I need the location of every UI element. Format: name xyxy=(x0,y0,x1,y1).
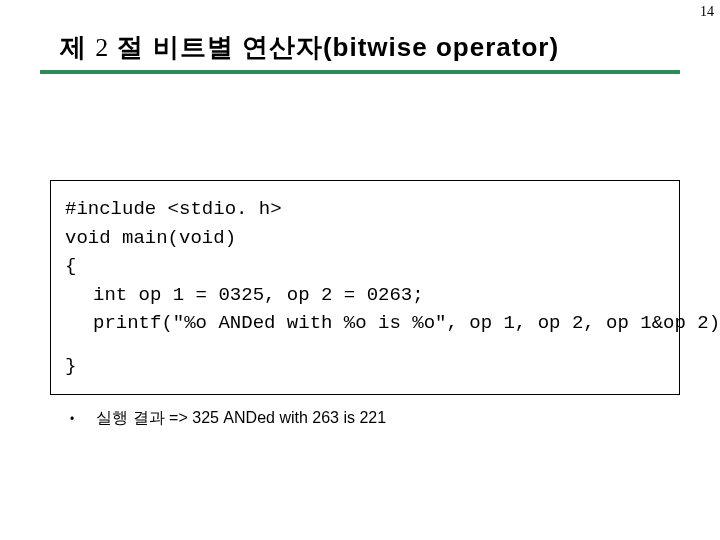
result-row: • 실행 결과 => 325 ANDed with 263 is 221 xyxy=(70,408,680,429)
bullet-icon: • xyxy=(70,412,74,426)
code-line-1: #include <stdio. h> xyxy=(65,195,669,224)
code-line-6: } xyxy=(65,352,669,381)
slide-title: 제 2 절 비트별 연산자(bitwise operator) xyxy=(60,30,680,65)
code-box: #include <stdio. h> void main(void) { in… xyxy=(50,180,680,395)
title-number: 2 xyxy=(95,33,109,62)
code-gap xyxy=(65,338,669,352)
title-prefix: 제 xyxy=(60,32,95,62)
title-section: 제 2 절 비트별 연산자(bitwise operator) xyxy=(60,30,680,65)
code-line-2: void main(void) xyxy=(65,224,669,253)
code-line-3: { xyxy=(65,252,669,281)
code-line-5: printf("%o ANDed with %o is %o", op 1, o… xyxy=(65,309,669,338)
title-suffix: 절 비트별 연산자(bitwise operator) xyxy=(109,32,559,62)
page-number: 14 xyxy=(700,4,714,20)
slide: 14 제 2 절 비트별 연산자(bitwise operator) #incl… xyxy=(0,0,720,540)
result-text: 실행 결과 => 325 ANDed with 263 is 221 xyxy=(96,408,386,429)
code-line-4: int op 1 = 0325, op 2 = 0263; xyxy=(65,281,669,310)
title-underline xyxy=(40,70,680,74)
